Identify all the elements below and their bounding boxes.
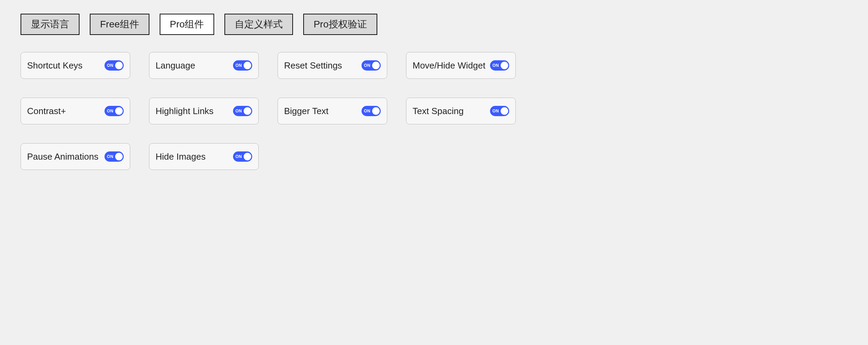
- card-reset-settings: Reset Settings ON: [278, 52, 387, 79]
- card-label: Highlight Links: [156, 106, 213, 116]
- toggle-on-text: ON: [492, 63, 499, 68]
- card-highlight-links: Highlight Links ON: [149, 98, 259, 124]
- card-label: Language: [156, 60, 195, 71]
- toggle-on-text: ON: [364, 63, 370, 68]
- card-label: Hide Images: [156, 151, 206, 162]
- card-label: Pause Animations: [27, 151, 98, 162]
- toggle-knob: [244, 107, 251, 115]
- toggle-on-text: ON: [107, 63, 113, 68]
- toggle-contrast-plus[interactable]: ON: [105, 106, 124, 116]
- tab-pro-components[interactable]: Pro组件: [160, 14, 215, 35]
- card-label: Move/Hide Widget: [413, 60, 485, 71]
- toggle-knob: [501, 107, 508, 115]
- tab-free-components[interactable]: Free组件: [90, 14, 149, 35]
- toggle-on-text: ON: [107, 109, 113, 113]
- card-text-spacing: Text Spacing ON: [406, 98, 516, 124]
- toggle-on-text: ON: [235, 154, 242, 159]
- cards-row-3: Pause Animations ON Hide Images ON: [21, 143, 847, 170]
- cards-row-1: Shortcut Keys ON Language ON Reset Setti…: [21, 52, 847, 79]
- tab-pro-license[interactable]: Pro授权验证: [303, 14, 377, 35]
- toggle-knob: [244, 62, 251, 69]
- toggle-knob: [115, 107, 123, 115]
- card-contrast-plus: Contrast+ ON: [21, 98, 130, 124]
- toggle-on-text: ON: [235, 63, 242, 68]
- card-bigger-text: Bigger Text ON: [278, 98, 387, 124]
- card-language: Language ON: [149, 52, 259, 79]
- toggle-pause-animations[interactable]: ON: [105, 151, 124, 162]
- toggle-bigger-text[interactable]: ON: [362, 106, 381, 116]
- card-label: Shortcut Keys: [27, 60, 83, 71]
- tab-custom-style[interactable]: 自定义样式: [224, 14, 293, 35]
- toggle-text-spacing[interactable]: ON: [490, 106, 509, 116]
- card-label: Contrast+: [27, 106, 66, 116]
- card-shortcut-keys: Shortcut Keys ON: [21, 52, 130, 79]
- toggle-reset-settings[interactable]: ON: [362, 60, 381, 71]
- toggle-knob: [372, 62, 380, 69]
- card-label: Bigger Text: [284, 106, 329, 116]
- toggle-on-text: ON: [235, 109, 242, 113]
- toggle-move-hide-widget[interactable]: ON: [490, 60, 509, 71]
- card-label: Reset Settings: [284, 60, 342, 71]
- toggle-on-text: ON: [364, 109, 370, 113]
- toggle-knob: [115, 153, 123, 160]
- toggle-on-text: ON: [107, 154, 113, 159]
- toggle-shortcut-keys[interactable]: ON: [105, 60, 124, 71]
- tab-display-language[interactable]: 显示语言: [21, 14, 80, 35]
- card-label: Text Spacing: [413, 106, 464, 116]
- toggle-knob: [372, 107, 380, 115]
- toggle-knob: [501, 62, 508, 69]
- toggle-knob: [115, 62, 123, 69]
- toggle-highlight-links[interactable]: ON: [233, 106, 252, 116]
- toggle-hide-images[interactable]: ON: [233, 151, 252, 162]
- toggle-knob: [244, 153, 251, 160]
- toggle-language[interactable]: ON: [233, 60, 252, 71]
- tabs-row: 显示语言 Free组件 Pro组件 自定义样式 Pro授权验证: [21, 14, 847, 35]
- card-hide-images: Hide Images ON: [149, 143, 259, 170]
- cards-grid: Shortcut Keys ON Language ON Reset Setti…: [21, 52, 847, 170]
- cards-row-2: Contrast+ ON Highlight Links ON Bigger T…: [21, 98, 847, 124]
- toggle-on-text: ON: [492, 109, 499, 113]
- card-move-hide-widget: Move/Hide Widget ON: [406, 52, 516, 79]
- card-pause-animations: Pause Animations ON: [21, 143, 130, 170]
